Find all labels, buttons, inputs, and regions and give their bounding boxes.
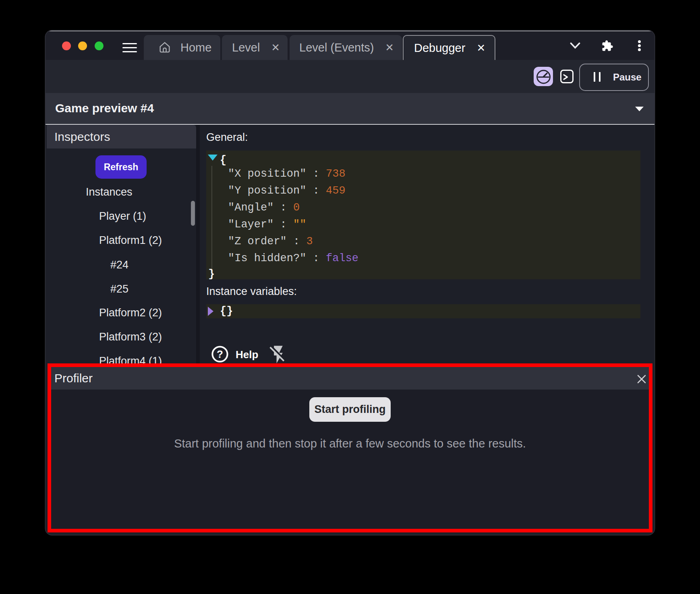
svg-text:?: ? — [217, 348, 223, 360]
